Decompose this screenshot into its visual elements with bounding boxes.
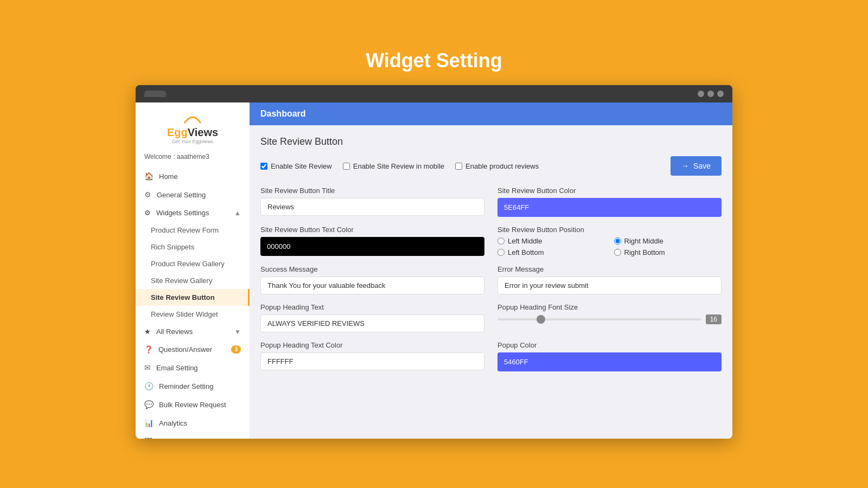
error-message-group: Error Message xyxy=(497,265,722,294)
enable-mobile-label[interactable]: Enable Site Review in mobile xyxy=(343,162,444,170)
save-button-label: Save xyxy=(693,162,711,170)
sub-label-product-review-form: Product Review Form xyxy=(151,226,219,234)
sidebar-item-analytics[interactable]: 📊 Analytics xyxy=(136,414,250,432)
sidebar-item-group-product-reviews[interactable]: 🖼 Group Product Reviews xyxy=(136,432,250,439)
enable-product-reviews-checkbox[interactable] xyxy=(455,163,462,170)
left-middle-text: Left Middle xyxy=(508,237,542,245)
popup-text-color-input[interactable] xyxy=(260,352,484,370)
enable-mobile-text: Enable Site Review in mobile xyxy=(353,162,444,170)
form-grid: Site Review Button Title Site Review But… xyxy=(260,187,722,371)
enable-site-review-checkbox[interactable] xyxy=(260,163,267,170)
enable-product-reviews-label[interactable]: Enable product reviews xyxy=(455,162,539,170)
sidebar-sub-review-slider-widget[interactable]: Review Slider Widget xyxy=(136,306,250,323)
logo-egg: Egg xyxy=(167,126,188,138)
right-bottom-label[interactable]: Right Bottom xyxy=(614,248,722,256)
sidebar-item-all-reviews[interactable]: ★ All Reviews ▼ xyxy=(136,323,250,341)
app-layout: EggViews Get Your Eggviews Welcome : aaa… xyxy=(136,102,732,439)
save-arrow-icon: → xyxy=(681,162,689,170)
page-title: Widget Setting xyxy=(366,49,502,72)
qa-badge: 3 xyxy=(231,345,241,354)
sidebar-label-widgets: Widgets Settings xyxy=(156,209,209,217)
button-color-group: Site Review Button Color xyxy=(497,187,722,217)
sidebar: EggViews Get Your Eggviews Welcome : aaa… xyxy=(136,102,250,439)
sub-label-site-review-gallery: Site Review Gallery xyxy=(151,277,212,285)
widgets-arrow-icon: ▲ xyxy=(234,209,241,217)
left-bottom-label[interactable]: Left Bottom xyxy=(497,248,605,256)
enable-mobile-checkbox[interactable] xyxy=(343,163,350,170)
position-group: Site Review Button Position Left Middle … xyxy=(497,226,722,256)
gear-icon: ⚙ xyxy=(144,190,151,199)
sidebar-item-home[interactable]: 🏠 Home xyxy=(136,167,250,185)
sidebar-label-bulk: Bulk Review Request xyxy=(159,401,226,409)
button-color-input[interactable] xyxy=(497,198,722,217)
email-icon: ✉ xyxy=(144,363,151,372)
success-message-label: Success Message xyxy=(260,265,484,273)
group-icon: 🖼 xyxy=(144,437,152,439)
font-size-group: Popup Heading Font Size 16 xyxy=(497,303,722,332)
sidebar-item-general-setting[interactable]: ⚙ General Setting xyxy=(136,185,250,204)
right-middle-label[interactable]: Right Middle xyxy=(614,237,722,245)
success-message-group: Success Message xyxy=(260,265,484,294)
all-reviews-arrow-icon: ▼ xyxy=(234,328,241,336)
button-title-label: Site Review Button Title xyxy=(260,187,484,195)
sub-label-product-review-gallery: Product Review Gallery xyxy=(151,260,225,268)
section-title: Site Review Button xyxy=(260,136,722,147)
button-color-label: Site Review Button Color xyxy=(497,187,722,195)
chat-icon: 💬 xyxy=(144,400,154,409)
button-title-group: Site Review Button Title xyxy=(260,187,484,217)
text-color-input[interactable] xyxy=(260,237,484,256)
success-message-input[interactable] xyxy=(260,277,484,294)
sidebar-sub-rich-snippets[interactable]: Rich Snippets xyxy=(136,239,250,255)
save-button[interactable]: → Save xyxy=(671,156,722,176)
popup-text-color-label: Popup Heading Text Color xyxy=(260,341,484,349)
font-size-slider[interactable] xyxy=(497,318,701,320)
browser-dots xyxy=(698,91,724,97)
widgets-icon: ⚙ xyxy=(144,209,151,217)
star-icon: ★ xyxy=(144,328,151,336)
button-title-input[interactable] xyxy=(260,198,484,216)
logo-views: Views xyxy=(188,126,218,138)
sidebar-welcome: Welcome : aaatheme3 xyxy=(136,151,250,167)
sidebar-sub-site-review-gallery[interactable]: Site Review Gallery xyxy=(136,272,250,289)
logo-tagline: Get Your Eggviews xyxy=(144,139,241,144)
sub-label-site-review-button: Site Review Button xyxy=(151,293,215,301)
sidebar-label-email: Email Setting xyxy=(156,364,198,372)
sidebar-sub-product-review-form[interactable]: Product Review Form xyxy=(136,222,250,239)
left-bottom-text: Left Bottom xyxy=(508,248,544,256)
sidebar-sub-product-review-gallery[interactable]: Product Review Gallery xyxy=(136,255,250,272)
sidebar-logo: EggViews Get Your Eggviews xyxy=(136,102,250,151)
popup-color-input[interactable] xyxy=(497,352,722,371)
popup-heading-label: Popup Heading Text xyxy=(260,303,484,311)
enable-site-review-label[interactable]: Enable Site Review xyxy=(260,162,332,170)
dot-3 xyxy=(717,91,724,97)
right-middle-radio[interactable] xyxy=(614,237,621,245)
clock-icon: 🕐 xyxy=(144,382,154,390)
analytics-icon: 📊 xyxy=(144,419,154,427)
error-message-input[interactable] xyxy=(497,277,722,294)
browser-window: EggViews Get Your Eggviews Welcome : aaa… xyxy=(136,85,732,439)
sidebar-item-question-answer[interactable]: ❓ Question/Answer 3 xyxy=(136,341,250,358)
browser-tab xyxy=(144,91,166,97)
font-size-label: Popup Heading Font Size xyxy=(497,303,722,311)
dot-2 xyxy=(707,91,714,97)
sidebar-label-general: General Setting xyxy=(157,191,206,199)
left-bottom-radio[interactable] xyxy=(497,249,505,256)
enable-site-review-text: Enable Site Review xyxy=(271,162,332,170)
sidebar-sub-site-review-button[interactable]: Site Review Button xyxy=(136,289,250,306)
sidebar-item-email-setting[interactable]: ✉ Email Setting xyxy=(136,358,250,377)
right-middle-text: Right Middle xyxy=(624,237,663,245)
sidebar-label-home: Home xyxy=(159,172,178,181)
position-radio-group: Left Middle Right Middle Left Bottom xyxy=(497,237,722,256)
sidebar-item-bulk-review[interactable]: 💬 Bulk Review Request xyxy=(136,395,250,414)
sidebar-label-group: Group Product Reviews xyxy=(157,438,232,439)
sidebar-item-reminder-setting[interactable]: 🕐 Reminder Setting xyxy=(136,377,250,395)
popup-heading-input[interactable] xyxy=(260,314,484,332)
home-icon: 🏠 xyxy=(144,172,154,181)
sidebar-item-widgets-settings[interactable]: ⚙ Widgets Settings ▲ xyxy=(136,204,250,222)
sub-label-rich-snippets: Rich Snippets xyxy=(151,243,194,251)
right-bottom-radio[interactable] xyxy=(614,249,621,256)
left-middle-radio[interactable] xyxy=(497,237,505,245)
left-middle-label[interactable]: Left Middle xyxy=(497,237,605,245)
popup-color-label: Popup Color xyxy=(497,341,722,349)
content-area: Site Review Button Enable Site Review En… xyxy=(250,125,732,382)
